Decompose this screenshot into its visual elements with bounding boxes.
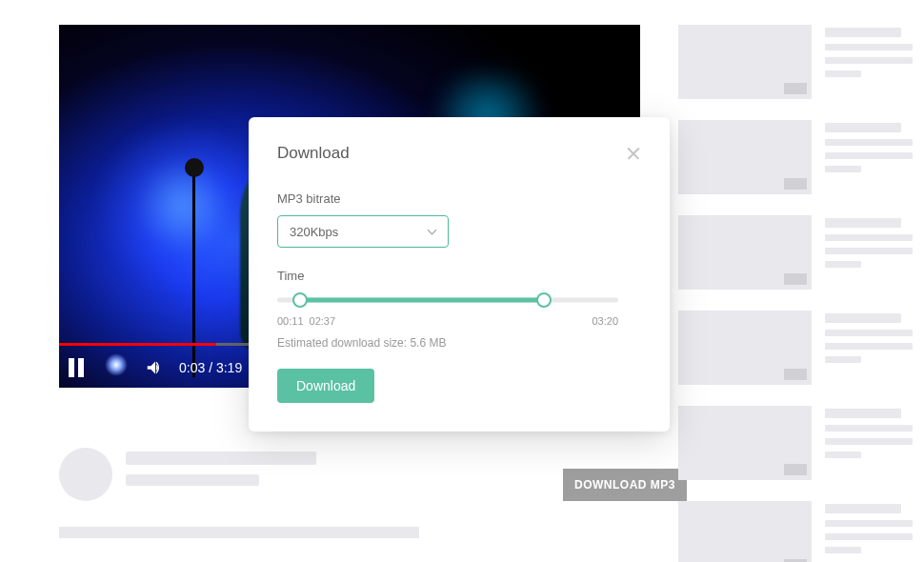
related-duration-placeholder	[784, 369, 807, 380]
related-duration-placeholder	[784, 178, 807, 190]
related-video-item[interactable]	[678, 25, 914, 99]
video-duration: 3:19	[216, 360, 242, 375]
related-thumbnail-placeholder	[678, 501, 812, 562]
related-line-placeholder	[825, 343, 913, 350]
related-line-placeholder	[825, 44, 913, 50]
related-thumbnail-placeholder	[678, 215, 812, 290]
download-modal: Download MP3 bitrate 320Kbps Time 00:11 …	[249, 117, 670, 432]
video-time-display: 0:03 / 3:19	[179, 360, 242, 375]
related-line-placeholder	[825, 261, 861, 268]
chevron-down-icon	[427, 227, 436, 236]
related-video-item[interactable]	[678, 120, 914, 194]
bitrate-select[interactable]: 320Kbps	[277, 215, 449, 248]
download-mp3-button[interactable]: DOWNLOAD MP3	[563, 469, 687, 501]
related-line-placeholder	[825, 438, 913, 445]
channel-title-placeholder	[126, 452, 316, 465]
related-thumbnail-placeholder	[678, 406, 812, 480]
related-duration-placeholder	[784, 464, 807, 475]
estimated-size-value: 5.6 MB	[410, 336, 446, 350]
related-line-placeholder	[825, 139, 913, 146]
related-line-placeholder	[825, 533, 913, 540]
volume-icon[interactable]	[141, 357, 170, 378]
related-videos-list	[678, 25, 914, 562]
related-duration-placeholder	[784, 273, 807, 285]
download-button[interactable]: Download	[277, 369, 374, 403]
related-line-placeholder	[825, 425, 913, 432]
estimated-size: Estimated download size: 5.6 MB	[277, 336, 641, 350]
time-labels: 00:11 02:37 03:20	[277, 315, 618, 327]
related-video-item[interactable]	[678, 406, 914, 480]
channel-description-placeholder	[59, 527, 419, 538]
time-end-value: 02:37	[310, 315, 336, 327]
channel-subtitle-placeholder	[126, 474, 259, 486]
related-line-placeholder	[825, 520, 913, 527]
slider-handle-end[interactable]	[536, 292, 552, 308]
pause-icon[interactable]	[69, 358, 86, 377]
lens-flare	[105, 353, 128, 376]
time-start-value: 00:11	[277, 315, 304, 327]
related-line-placeholder	[825, 57, 913, 64]
channel-info	[59, 448, 316, 501]
related-title-placeholder	[825, 409, 901, 418]
related-duration-placeholder	[784, 83, 807, 94]
related-line-placeholder	[825, 70, 861, 77]
bitrate-label: MP3 bitrate	[277, 191, 641, 206]
video-current-time: 0:03	[179, 360, 205, 375]
modal-title: Download	[277, 144, 350, 163]
related-title-placeholder	[825, 218, 901, 228]
related-line-placeholder	[825, 166, 861, 172]
related-line-placeholder	[825, 234, 913, 241]
related-video-item[interactable]	[678, 501, 914, 562]
related-line-placeholder	[825, 356, 861, 363]
related-video-item[interactable]	[678, 311, 914, 385]
time-total-value: 03:20	[592, 315, 618, 327]
time-label: Time	[277, 269, 641, 283]
close-icon[interactable]	[626, 146, 641, 161]
related-title-placeholder	[825, 313, 901, 323]
related-title-placeholder	[825, 123, 901, 132]
related-thumbnail-placeholder	[678, 120, 812, 194]
related-line-placeholder	[825, 452, 861, 458]
related-thumbnail-placeholder	[678, 25, 812, 99]
channel-avatar-placeholder	[59, 448, 112, 501]
bitrate-value: 320Kbps	[290, 225, 338, 239]
related-thumbnail-placeholder	[678, 311, 812, 385]
related-video-item[interactable]	[678, 215, 914, 290]
related-title-placeholder	[825, 28, 901, 37]
slider-handle-start[interactable]	[292, 292, 308, 308]
slider-fill	[300, 298, 544, 303]
related-line-placeholder	[825, 248, 913, 254]
related-line-placeholder	[825, 547, 861, 553]
related-line-placeholder	[825, 330, 913, 336]
related-title-placeholder	[825, 504, 901, 513]
related-line-placeholder	[825, 152, 913, 159]
time-range-slider[interactable]	[277, 292, 618, 308]
video-progress-fill	[59, 343, 216, 346]
estimated-size-label: Estimated download size:	[277, 336, 407, 350]
